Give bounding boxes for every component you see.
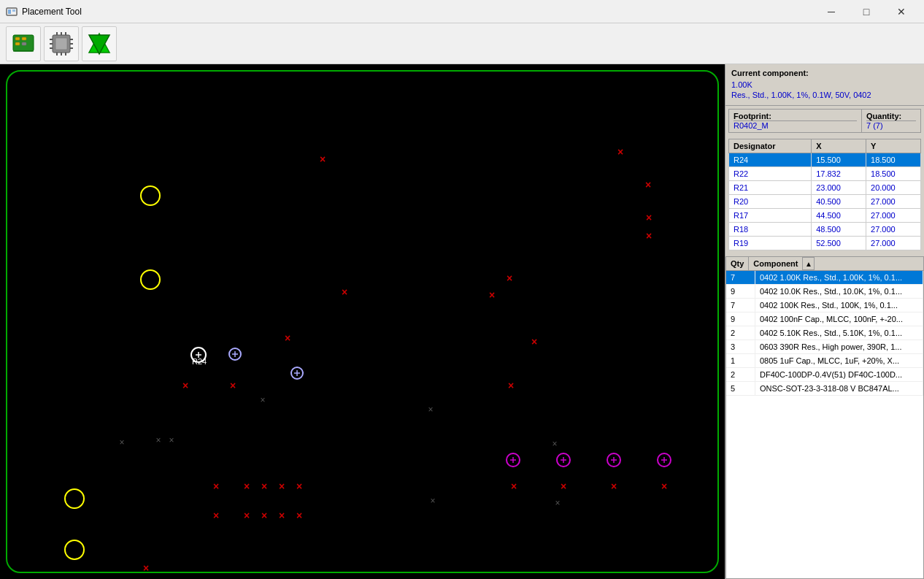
col-x: X [812, 139, 866, 153]
list-item[interactable]: 70402 1.00K Res., Std., 1.00K, 1%, 0.1..… [726, 271, 923, 285]
cell-y: 18.500 [866, 167, 921, 181]
r24-label: R24 [192, 357, 207, 366]
gray-cross-3: × [260, 395, 265, 405]
list-item[interactable]: 10805 1uF Cap., MLCC, 1uF, +20%, X... [726, 354, 923, 368]
list-item-name: 0402 10.0K Res., Std., 10.0K, 1%, 0.1... [755, 285, 923, 298]
svg-rect-4 [15, 37, 20, 40]
svg-rect-10 [55, 38, 67, 50]
scroll-up-icon: ▲ [803, 257, 815, 270]
table-row[interactable]: R1952.50027.000 [729, 237, 921, 250]
gray-cross-1: × [155, 435, 161, 445]
gray-cross-6: × [119, 437, 124, 448]
comp-list-wrapper: Qty Component ▲ [725, 256, 924, 270]
red-cross-24: × [511, 481, 517, 492]
red-cross-3: × [645, 180, 651, 191]
quantity-cell: Quantity: 7 (7) [862, 110, 920, 132]
cell-y: 27.000 [866, 209, 921, 223]
col-qty-header: Qty [726, 257, 749, 270]
red-cross-15: × [244, 481, 250, 492]
yellow-circle-1 [140, 185, 161, 206]
toolbar [0, 23, 924, 64]
table-row[interactable]: R2415.50018.500 [729, 153, 921, 167]
list-item-name: 0402 100K Res., Std., 100K, 1%, 0.1... [755, 299, 923, 312]
red-cross-17: × [279, 481, 285, 492]
red-cross-19: × [213, 510, 219, 521]
table-row[interactable]: R2040.50027.000 [729, 195, 921, 209]
footprint-value: R0402_M [734, 121, 857, 130]
list-item-qty: 2 [726, 368, 755, 381]
designator-table-container: Designator X Y R2415.50018.500R2217.8321… [725, 136, 924, 253]
red-cross-8: × [489, 290, 495, 301]
titlebar: Placement Tool ─ □ ✕ [0, 0, 924, 23]
red-cross-22: × [279, 510, 285, 521]
cell-x: 17.832 [812, 167, 866, 181]
open-component-button[interactable] [44, 26, 79, 61]
cell-designator: R21 [729, 181, 812, 195]
list-item-name: 0402 5.10K Res., Std., 5.10K, 1%, 0.1... [755, 326, 923, 340]
list-item[interactable]: 20402 5.10K Res., Std., 5.10K, 1%, 0.1..… [726, 326, 923, 340]
yellow-circle-3 [64, 488, 85, 509]
open-board-button[interactable] [6, 26, 41, 61]
col-designator: Designator [729, 139, 812, 153]
close-button[interactable]: ✕ [885, 0, 918, 23]
designator-table: Designator X Y R2415.50018.500R2217.8321… [728, 139, 921, 250]
table-row[interactable]: R1848.50027.000 [729, 223, 921, 237]
yellow-circle-4 [64, 540, 85, 560]
red-cross-12: × [230, 380, 236, 391]
cell-y: 27.000 [866, 223, 921, 237]
red-cross-7: × [342, 287, 347, 298]
cell-y: 18.500 [866, 153, 921, 167]
minimize-button[interactable]: ─ [815, 0, 848, 23]
footprint-cell: Footprint: R0402_M [729, 110, 862, 132]
quantity-label: Quantity: [866, 112, 916, 121]
table-row[interactable]: R1744.50027.000 [729, 209, 921, 223]
list-item-name: 0402 1.00K Res., Std., 1.00K, 1%, 0.1... [755, 271, 923, 284]
maximize-button[interactable]: □ [850, 0, 883, 23]
quantity-value: 7 (7) [866, 121, 916, 130]
list-item[interactable]: 2DF40C-100DP-0.4V(51) DF40C-100D... [726, 368, 923, 382]
comp-list-header: Qty Component ▲ [725, 256, 924, 270]
red-cross-10: × [508, 380, 514, 391]
table-row[interactable]: R2123.00020.000 [729, 181, 921, 195]
list-item[interactable]: 90402 10.0K Res., Std., 10.0K, 1%, 0.1..… [726, 285, 923, 299]
gray-cross-7: × [430, 496, 435, 506]
cell-x: 48.500 [812, 223, 866, 237]
component-list-section: Qty Component ▲ 70402 1.00K Res., Std., … [725, 256, 924, 579]
list-item-qty: 1 [726, 354, 755, 367]
cell-designator: R24 [729, 153, 812, 167]
svg-rect-2 [12, 9, 15, 12]
list-item[interactable]: 70402 100K Res., Std., 100K, 1%, 0.1... [726, 299, 923, 312]
list-item[interactable]: 30603 390R Res., High power, 390R, 1... [726, 340, 923, 354]
cell-x: 23.000 [812, 181, 866, 195]
component-description: Res., Std., 1.00K, 1%, 0.1W, 50V, 0402 [731, 91, 918, 99]
col-component-header: Component [749, 257, 803, 270]
red-cross-9: × [531, 337, 537, 348]
gray-cross-8: × [555, 498, 560, 508]
table-row[interactable]: R2217.83218.500 [729, 167, 921, 181]
cell-x: 15.500 [812, 153, 866, 167]
gray-cross-4: × [428, 404, 433, 415]
fp-qty-row: Footprint: R0402_M Quantity: 7 (7) [728, 109, 921, 133]
yellow-circle-2 [140, 269, 161, 290]
list-item-qty: 2 [726, 326, 755, 340]
comp-list-body[interactable]: 70402 1.00K Res., Std., 1.00K, 1%, 0.1..… [725, 270, 924, 579]
transfer-button[interactable] [82, 26, 117, 61]
white-circle-2 [228, 348, 242, 361]
main-layout: R24 [0, 64, 924, 579]
red-cross-2: × [617, 147, 623, 158]
cell-y: 27.000 [866, 195, 921, 209]
open-board-icon [12, 32, 35, 55]
list-item[interactable]: 5ONSC-SOT-23-3-318-08 V BC847AL... [726, 382, 923, 396]
pcb-canvas[interactable]: R24 [0, 64, 725, 579]
list-item[interactable]: 90402 100nF Cap., MLCC, 100nF, +-20... [726, 312, 923, 326]
transfer-icon [88, 32, 111, 55]
red-cross-25: × [561, 481, 566, 492]
list-item-qty: 9 [726, 312, 755, 326]
r24-marker: R24 [190, 347, 207, 363]
cell-x: 44.500 [812, 209, 866, 223]
magenta-circle-1 [506, 453, 520, 467]
red-cross-28: × [143, 563, 149, 574]
pcb-board: R24 [6, 70, 719, 573]
svg-rect-6 [15, 42, 20, 45]
cell-x: 52.500 [812, 237, 866, 250]
